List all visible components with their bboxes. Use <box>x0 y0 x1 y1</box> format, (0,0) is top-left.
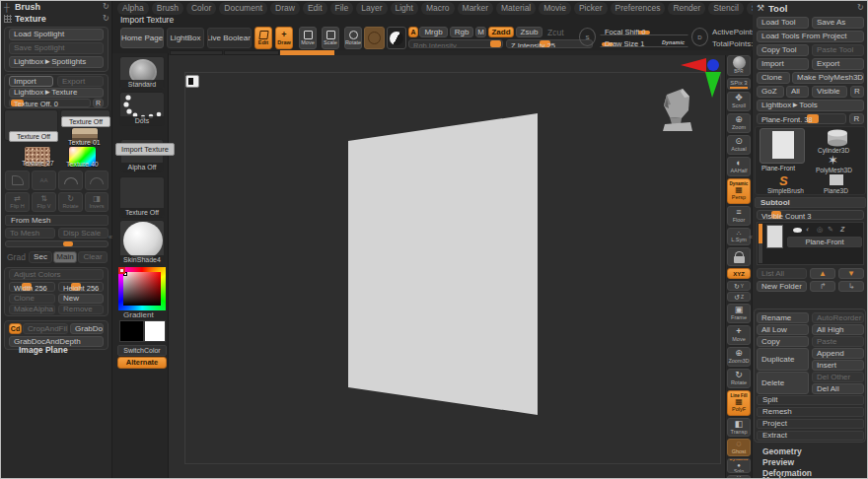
subtool-list[interactable]: ◐ ◎ ✎ Z Plane-Front <box>757 222 864 265</box>
crop-and-fill-button[interactable]: CropAndFill <box>23 323 68 334</box>
texture-icon-button-3[interactable] <box>58 171 83 190</box>
texture-refresh-icon[interactable]: ↻ <box>103 14 109 23</box>
subtool-brush-icon[interactable]: ✎ <box>828 226 833 234</box>
del-other-button[interactable]: Del Other <box>812 372 864 382</box>
rotate-texture-button[interactable]: ↻Rotate <box>58 192 83 212</box>
main-button[interactable]: Main <box>53 251 77 263</box>
clone-tool-button[interactable]: Clone <box>757 72 790 84</box>
new-folder-button[interactable]: New Folder <box>757 281 807 292</box>
mrgb-button[interactable]: Mrgb <box>419 27 448 37</box>
import-tool-button[interactable]: Import <box>757 58 809 70</box>
invers-button[interactable]: ◨Invers <box>85 192 108 212</box>
floor-button[interactable]: ≡Floor <box>727 206 751 226</box>
stroke-circle-button[interactable]: S <box>579 28 596 46</box>
actual-button[interactable]: ⊙Actual <box>727 135 751 155</box>
tool-item-plane-front[interactable] <box>760 128 805 164</box>
brush-alpha-button[interactable] <box>364 27 385 49</box>
paste-tool-button[interactable]: Paste Tool <box>812 44 864 56</box>
active-tool-slider[interactable]: Plane-Front. 38 <box>757 113 846 124</box>
tool-refresh-icon[interactable]: ↻ <box>857 3 864 12</box>
all-low-button[interactable]: All Low <box>757 324 809 335</box>
axis-widget[interactable] <box>679 55 724 101</box>
brush-palette-header[interactable]: ┼ Brush ↻ <box>1 1 112 13</box>
menu-light[interactable]: Light <box>391 2 418 15</box>
menu-brush[interactable]: Brush <box>152 2 183 15</box>
subtool-eye-icon[interactable] <box>793 228 802 233</box>
z-rotation-button[interactable]: ↺Z <box>727 292 751 302</box>
split-bar[interactable]: Split <box>757 395 864 405</box>
current-material-button[interactable] <box>387 27 406 49</box>
zoom-button[interactable]: ⊕Zoom <box>727 113 751 133</box>
menu-macro[interactable]: Macro <box>421 2 455 15</box>
save-as-button[interactable]: Save As <box>812 17 864 29</box>
menu-marker[interactable]: Marker <box>458 2 493 15</box>
copy-subtool-button[interactable]: Copy <box>757 336 809 347</box>
color-picker-inner[interactable] <box>123 272 161 306</box>
subtool-scrollbar[interactable] <box>759 224 762 263</box>
texture-icon-button-1[interactable] <box>5 171 30 190</box>
lightbox-button[interactable]: LightBox <box>167 28 204 48</box>
menu-draw[interactable]: Draw <box>270 2 300 15</box>
move-into-folder-button[interactable]: ↳ <box>838 281 864 292</box>
home-page-button[interactable]: Home Page <box>120 28 164 48</box>
rgb-intensity-slider[interactable]: Rgb Intensity <box>408 39 503 48</box>
plane3d-icon[interactable] <box>830 174 843 185</box>
live-boolean-button[interactable]: Live Boolean <box>207 28 252 48</box>
remesh-bar[interactable]: Remesh <box>757 407 864 417</box>
subtool-section-header[interactable]: Subtool <box>755 197 866 208</box>
goz-visible-button[interactable]: Visible <box>812 86 847 98</box>
width-slider[interactable]: Width 256 <box>9 282 55 292</box>
ghost-button[interactable]: ◌Ghost <box>727 439 751 456</box>
menu-edit[interactable]: Edit <box>303 2 327 15</box>
menu-movie[interactable]: Movie <box>539 2 571 15</box>
canvas[interactable] <box>169 55 726 479</box>
to-mesh-button[interactable]: To Mesh <box>5 228 55 239</box>
brush-refresh-icon[interactable]: ↻ <box>103 2 109 11</box>
subtool-paint-icon[interactable]: ◐ <box>806 226 810 233</box>
copy-tool-button[interactable]: Copy Tool <box>757 44 809 56</box>
extract-bar[interactable]: Extract <box>757 431 864 441</box>
masking-section[interactable]: Masking <box>762 475 796 479</box>
clear-button[interactable]: Clear <box>78 251 108 263</box>
alternate-button[interactable]: Alternate <box>117 357 167 369</box>
menu-document[interactable]: Document <box>219 2 267 15</box>
preview-section[interactable]: Preview <box>762 457 794 467</box>
material-thumb[interactable]: SkinShade4 <box>119 220 165 265</box>
subtool-goz-icon[interactable]: Z <box>840 226 844 233</box>
goz-r-button[interactable]: R <box>850 86 864 98</box>
subtool-up-button[interactable]: ▲ <box>810 268 835 279</box>
image-plane-label[interactable]: Image Plane <box>19 346 68 355</box>
append-button[interactable]: Append <box>812 348 864 359</box>
rotate-button[interactable]: Rotate <box>344 27 362 49</box>
load-tools-from-project-button[interactable]: Load Tools From Project <box>757 31 864 42</box>
disp-scale-slider[interactable] <box>5 240 108 247</box>
cylinder3d-icon[interactable] <box>824 129 851 147</box>
move-3d-button[interactable]: +Move <box>727 325 751 345</box>
stroke-thumb[interactable]: Dots <box>119 92 165 126</box>
clone-button[interactable]: Clone <box>9 294 55 304</box>
subtool-down-button[interactable]: ▼ <box>838 268 864 279</box>
scale-button[interactable]: Scale <box>322 27 339 49</box>
a-toggle[interactable]: A <box>408 27 418 37</box>
grab-doc-button[interactable]: GrabDoc <box>70 323 104 334</box>
menu-picker[interactable]: Picker <box>574 2 608 15</box>
menu-layer[interactable]: Layer <box>356 2 387 15</box>
lightbox-texture-button[interactable]: Lightbox►Texture <box>9 88 104 98</box>
menu-preferences[interactable]: Preferences <box>611 2 666 15</box>
flip-h-button[interactable]: ⇄Flip H <box>5 192 30 212</box>
rgb-button[interactable]: Rgb <box>450 27 473 37</box>
aahalf-button[interactable]: ◐AAHalf <box>727 157 751 176</box>
transp-button[interactable]: ◧Transp <box>727 418 751 437</box>
secondary-color-swatch[interactable] <box>144 320 166 342</box>
scroll-button[interactable]: ✥Scroll <box>727 92 751 111</box>
zoom3d-button[interactable]: ⊕Zoom3D <box>727 347 751 367</box>
disp-scale-button[interactable]: Disp Scale <box>58 228 108 239</box>
visible-count-slider[interactable]: Visible Count 3 <box>757 210 864 220</box>
texture-palette-header[interactable]: Texture ↻ <box>1 13 112 25</box>
gradient-label[interactable]: Gradient <box>123 311 154 320</box>
rotate-3d-button[interactable]: ↻Rotate <box>727 369 751 388</box>
goz-all-button[interactable]: All <box>786 86 809 98</box>
doc-circle-button[interactable]: D <box>691 28 708 46</box>
paste-subtool-button[interactable]: Paste <box>812 336 864 347</box>
height-slider[interactable]: Height 256 <box>58 282 104 292</box>
